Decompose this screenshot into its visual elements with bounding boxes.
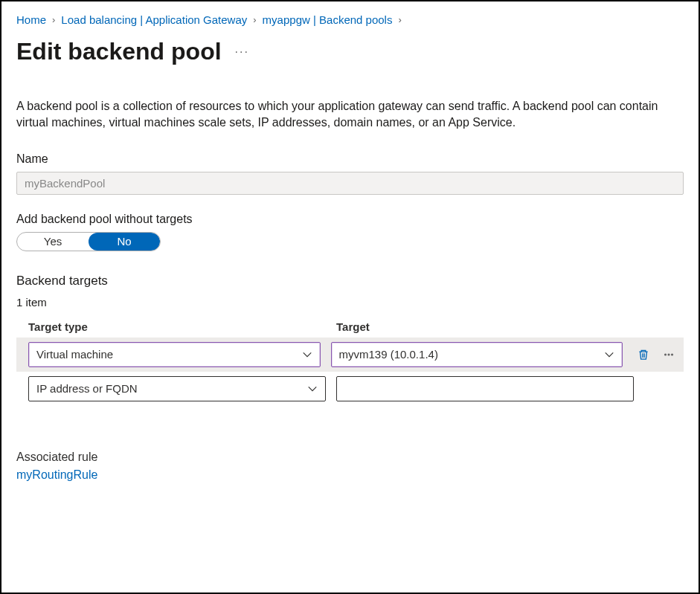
backend-targets-heading: Backend targets xyxy=(16,274,684,288)
more-actions-button[interactable]: ··· xyxy=(232,42,252,62)
target-type-select[interactable]: IP address or FQDN xyxy=(28,376,326,401)
column-target: Target xyxy=(336,320,634,333)
target-input[interactable] xyxy=(336,376,634,401)
chevron-down-icon xyxy=(604,349,614,360)
name-label: Name xyxy=(16,152,684,166)
page-description: A backend pool is a collection of resour… xyxy=(16,98,678,132)
svg-point-1 xyxy=(667,353,670,355)
target-type-value: Virtual machine xyxy=(36,348,113,361)
without-targets-toggle[interactable]: Yes No xyxy=(16,232,161,251)
name-field xyxy=(16,172,684,195)
table-row: Virtual machine myvm139 (10.0.1.4) xyxy=(16,338,684,372)
ellipsis-icon xyxy=(662,348,675,361)
chevron-right-icon: › xyxy=(52,14,55,25)
toggle-no[interactable]: No xyxy=(89,233,160,251)
without-targets-label: Add backend pool without targets xyxy=(16,213,684,226)
breadcrumb: Home › Load balancing | Application Gate… xyxy=(16,13,684,30)
associated-rule-link[interactable]: myRoutingRule xyxy=(16,468,97,481)
target-type-value: IP address or FQDN xyxy=(36,382,138,395)
chevron-down-icon xyxy=(307,384,318,394)
targets-header: Target type Target xyxy=(16,320,684,338)
breadcrumb-backend-pools[interactable]: myappgw | Backend pools xyxy=(263,13,393,26)
chevron-down-icon xyxy=(302,349,312,360)
breadcrumb-load-balancing[interactable]: Load balancing | Application Gateway xyxy=(61,13,247,26)
column-target-type: Target type xyxy=(28,320,326,333)
target-type-select[interactable]: Virtual machine xyxy=(28,342,321,367)
trash-icon xyxy=(637,348,650,361)
row-more-button[interactable] xyxy=(658,344,679,365)
toggle-yes[interactable]: Yes xyxy=(17,233,89,251)
table-row: IP address or FQDN xyxy=(16,372,684,406)
associated-rule-label: Associated rule xyxy=(16,451,684,464)
svg-point-0 xyxy=(664,353,667,355)
chevron-right-icon: › xyxy=(398,14,401,25)
target-value: myvm139 (10.0.1.4) xyxy=(339,348,438,361)
page-title: Edit backend pool xyxy=(16,38,222,65)
breadcrumb-home[interactable]: Home xyxy=(16,13,46,26)
target-select[interactable]: myvm139 (10.0.1.4) xyxy=(331,342,623,367)
backend-targets-count: 1 item xyxy=(16,296,684,309)
delete-button[interactable] xyxy=(633,344,654,365)
chevron-right-icon: › xyxy=(253,14,256,25)
svg-point-2 xyxy=(671,353,673,355)
